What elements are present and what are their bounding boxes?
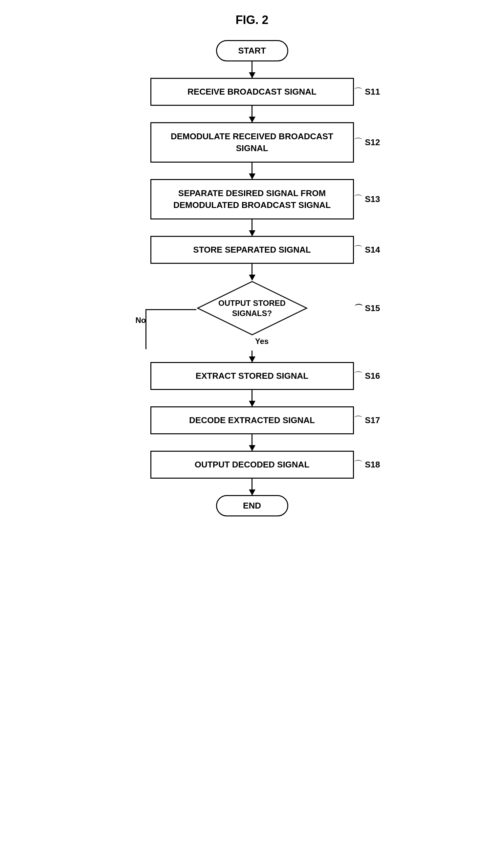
arrow-s14-to-s15 bbox=[252, 264, 252, 280]
step-s13-row: SEPARATE DESIRED SIGNAL FROMDEMODULATED … bbox=[104, 179, 400, 220]
step-label-s17: ⌒ S17 bbox=[354, 414, 380, 426]
step-label-s14: ⌒ S14 bbox=[354, 243, 380, 256]
yes-label: Yes bbox=[255, 337, 268, 346]
decision-s15: OUTPUT STOREDSIGNALS? bbox=[196, 280, 308, 336]
arrow-s13-to-s14 bbox=[252, 220, 252, 236]
step-label-s18: ⌒ S18 bbox=[354, 458, 380, 471]
diagram-container: FIG. 2 START RECEIVE BROADCAST SIGNAL ⌒ … bbox=[104, 13, 400, 516]
start-terminal: START bbox=[216, 40, 288, 61]
arrow-start-to-s11 bbox=[252, 61, 252, 78]
loop-section: No OUTPUT STOREDSIGNALS? ⌒ S15 bbox=[104, 280, 400, 349]
step-s18-row: OUTPUT DECODED SIGNAL ⌒ S18 bbox=[104, 451, 400, 479]
process-s12: DEMODULATE RECEIVED BROADCASTSIGNAL bbox=[150, 122, 354, 163]
step-label-s12: ⌒ S12 bbox=[354, 136, 380, 149]
arrow-s12-to-s13 bbox=[252, 163, 252, 179]
step-label-s16: ⌒ S16 bbox=[354, 370, 380, 382]
step-s15-row: OUTPUT STOREDSIGNALS? ⌒ S15 bbox=[104, 280, 400, 336]
step-s12-row: DEMODULATE RECEIVED BROADCASTSIGNAL ⌒ S1… bbox=[104, 122, 400, 163]
step-label-s11: ⌒ S11 bbox=[354, 86, 380, 98]
process-s18: OUTPUT DECODED SIGNAL bbox=[150, 451, 354, 479]
arrow-s17-to-s18 bbox=[252, 434, 252, 451]
arrow-s15-to-s16 bbox=[252, 351, 252, 362]
arrow-s11-to-s12 bbox=[252, 106, 252, 122]
figure-title: FIG. 2 bbox=[236, 13, 268, 27]
process-s16: EXTRACT STORED SIGNAL bbox=[150, 362, 354, 390]
step-label-s13: ⌒ S13 bbox=[354, 193, 380, 205]
step-s17-row: DECODE EXTRACTED SIGNAL ⌒ S17 bbox=[104, 407, 400, 434]
arrow-s16-to-s17 bbox=[252, 390, 252, 407]
process-s14: STORE SEPARATED SIGNAL bbox=[150, 236, 354, 264]
step-s11-row: RECEIVE BROADCAST SIGNAL ⌒ S11 bbox=[104, 78, 400, 106]
flowchart: START RECEIVE BROADCAST SIGNAL ⌒ S11 DEM… bbox=[104, 40, 400, 516]
step-s14-row: STORE SEPARATED SIGNAL ⌒ S14 bbox=[104, 236, 400, 264]
arrow-s18-to-end bbox=[252, 479, 252, 495]
decision-s15-label: OUTPUT STOREDSIGNALS? bbox=[218, 298, 286, 318]
process-s17: DECODE EXTRACTED SIGNAL bbox=[150, 407, 354, 434]
step-label-s15: ⌒ S15 bbox=[354, 302, 380, 314]
process-s13: SEPARATE DESIRED SIGNAL FROMDEMODULATED … bbox=[150, 179, 354, 220]
end-terminal: END bbox=[216, 495, 288, 516]
step-s16-row: EXTRACT STORED SIGNAL ⌒ S16 bbox=[104, 362, 400, 390]
process-s11: RECEIVE BROADCAST SIGNAL bbox=[150, 78, 354, 106]
